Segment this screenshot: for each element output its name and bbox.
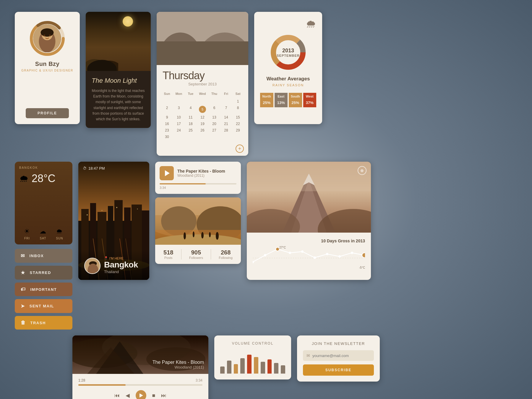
weather-south-pct: 25% bbox=[289, 99, 302, 107]
profile-button[interactable]: PROFILE bbox=[26, 108, 69, 118]
volume-control-card: VOLUME CONTROL bbox=[214, 335, 291, 379]
clock-icon: ⏱ bbox=[83, 166, 87, 171]
mail-sent-button[interactable]: ➤ SENT MAIL bbox=[15, 299, 72, 313]
inbox-label: INBOX bbox=[30, 254, 44, 258]
dow-sun: Sun bbox=[161, 91, 173, 97]
mountain-chart-card: ⊕ 10 Days Gross in 2013 bbox=[247, 162, 371, 280]
cal-week-1: 1 bbox=[161, 98, 244, 105]
calendar-grid: Sun Mon Tue Wed Thu Fri Sat 1 bbox=[157, 91, 248, 145]
weather-temp-row: 🌧 28°C bbox=[19, 172, 68, 185]
svg-point-69 bbox=[276, 247, 279, 251]
moon-image bbox=[86, 12, 151, 71]
weather-bars: North 25% East 13% South 25% West 37% bbox=[260, 93, 316, 107]
vol-bar-9 bbox=[274, 363, 278, 374]
subscribe-button[interactable]: SUBSCRIBE bbox=[303, 364, 374, 376]
email-input[interactable] bbox=[312, 353, 370, 358]
calendar-today[interactable]: 5 bbox=[199, 106, 206, 113]
forward-button[interactable]: ⏭ bbox=[161, 392, 166, 399]
city-avatar-image bbox=[85, 258, 100, 274]
dow-wed: Wed bbox=[197, 91, 208, 97]
followers-label: Followers bbox=[189, 256, 203, 259]
stat-divider-2 bbox=[211, 249, 211, 259]
calendar-card: Thursday September 2013 Sun Mon Tue Wed … bbox=[157, 12, 248, 156]
center-right-column: The Paper Kites - Bloom Woodland (2011) … bbox=[155, 162, 241, 264]
large-progress-bar[interactable] bbox=[78, 384, 202, 386]
large-progress-fill bbox=[78, 384, 126, 386]
mail-inbox-button[interactable]: ✉ INBOX bbox=[15, 249, 72, 263]
newsletter-card: JOIN THE NEWSLETTER ✉ SUBSCRIBE bbox=[297, 335, 380, 382]
vol-bar-4 bbox=[240, 358, 245, 374]
weather-west-pct: 37% bbox=[303, 99, 317, 107]
svg-text:27°C: 27°C bbox=[279, 246, 286, 249]
dow-mon: Mon bbox=[173, 91, 185, 97]
chart-area: 10 Days Gross in 2013 bbox=[247, 233, 371, 280]
trash-label: TRASH bbox=[30, 321, 46, 325]
mail-trash-button[interactable]: 🗑 TRASH bbox=[15, 316, 72, 330]
play-button-small[interactable] bbox=[160, 166, 174, 180]
mail-important-button[interactable]: 🏷 IMPORTANT bbox=[15, 283, 72, 296]
play-pause-button[interactable] bbox=[136, 390, 146, 399]
city-card: ⏱ 18:47 PM 📍 I'M HERE bbox=[78, 162, 149, 280]
row-2: BANGKOK 🌧 28°C ☀ FRI ☁ SAT 🌧 bbox=[15, 162, 517, 330]
trash-icon: 🗑 bbox=[21, 320, 26, 325]
cal-week-4: 16 17 18 19 20 21 22 bbox=[161, 121, 244, 127]
controls-row: ⏮ ◀ ■ ⏭ bbox=[78, 390, 202, 399]
forecast-fri: ☀ FRI bbox=[24, 228, 30, 240]
avatar-image bbox=[33, 24, 61, 52]
svg-rect-18 bbox=[157, 41, 248, 65]
rewind-button[interactable]: ⏮ bbox=[114, 392, 120, 399]
track-name: The Paper Kites - Bloom bbox=[177, 169, 225, 173]
music-controls: 1:28 3:34 ⏮ ◀ ■ ⏭ 🔈 bbox=[72, 374, 208, 399]
calendar-day: Thursday bbox=[163, 69, 242, 82]
followers-count: 905 bbox=[189, 249, 203, 256]
forecast-fri-label: FRI bbox=[24, 237, 30, 240]
weather-east-pct: 13% bbox=[275, 99, 288, 107]
svg-point-55 bbox=[193, 231, 194, 237]
weather-south-label: South bbox=[289, 93, 302, 99]
cal-week-5: 23 24 25 26 27 28 29 bbox=[161, 127, 244, 134]
donut-year: 2013 bbox=[277, 48, 299, 54]
pin-icon: 📍 bbox=[104, 256, 108, 260]
dow-sat: Sat bbox=[232, 91, 244, 97]
vol-bar-6 bbox=[254, 357, 258, 374]
stat-followers: 905 Followers bbox=[189, 249, 203, 259]
beach-photo bbox=[155, 197, 241, 245]
city-overlay: 📍 I'M HERE Bangkok Thailand bbox=[78, 250, 149, 280]
inbox-icon: ✉ bbox=[21, 253, 25, 259]
music-bg-text: The Paper Kites - Bloom Woodland (2011) bbox=[77, 360, 204, 369]
music-row: The Paper Kites - Bloom Woodland (2011) bbox=[160, 166, 236, 180]
music-progress-bar[interactable] bbox=[160, 183, 236, 184]
svg-point-58 bbox=[216, 232, 219, 240]
previous-button[interactable]: ◀ bbox=[126, 392, 130, 399]
cal-week-6: 30 bbox=[161, 134, 244, 140]
stop-button[interactable]: ■ bbox=[152, 392, 155, 399]
mail-starred-button[interactable]: ★ STARRED bbox=[15, 266, 72, 280]
sent-label: SENT MAIL bbox=[30, 304, 54, 308]
following-label: Following bbox=[219, 256, 232, 259]
mail-sidebar: ✉ INBOX ★ STARRED 🏷 IMPORTANT ➤ SENT MAI… bbox=[15, 249, 72, 330]
svg-point-76 bbox=[362, 253, 365, 258]
main-container: Sun Bzy GRAPHIC & UX/UI DESIGNER PROFILE… bbox=[0, 0, 532, 399]
profile-card: Sun Bzy GRAPHIC & UX/UI DESIGNER PROFILE bbox=[15, 12, 80, 124]
svg-point-41 bbox=[116, 207, 117, 208]
svg-point-68 bbox=[264, 254, 266, 257]
svg-text:-5°C: -5°C bbox=[359, 266, 365, 269]
svg-point-39 bbox=[87, 214, 88, 215]
city-checkin: 📍 I'M HERE bbox=[104, 256, 138, 260]
weather-west-label: West bbox=[303, 93, 317, 99]
svg-point-42 bbox=[137, 209, 138, 210]
mountain-photo-area: ⊕ bbox=[247, 162, 371, 233]
moon-card: The Moon Light Moonlight is the light th… bbox=[86, 12, 151, 128]
email-icon: ✉ bbox=[306, 353, 310, 358]
calendar-landscape bbox=[157, 12, 248, 65]
svg-point-9 bbox=[43, 35, 45, 36]
svg-point-70 bbox=[289, 252, 291, 254]
sent-icon: ➤ bbox=[21, 303, 25, 309]
svg-point-56 bbox=[201, 232, 204, 239]
add-event-button[interactable]: + bbox=[236, 145, 244, 153]
calendar-month-year: September 2013 bbox=[163, 82, 242, 86]
vol-bar-10 bbox=[281, 365, 285, 374]
stat-following: 268 Following bbox=[219, 249, 232, 259]
cal-week-3: 9 10 11 12 13 14 15 bbox=[161, 114, 244, 121]
time-row: 1:28 3:34 bbox=[78, 378, 202, 382]
